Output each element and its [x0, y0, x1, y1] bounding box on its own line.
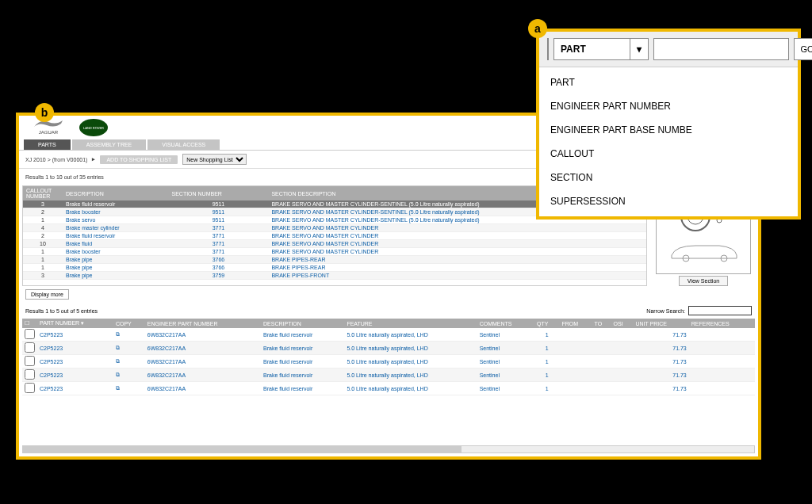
option-engineer-part-base-number[interactable]: ENGINEER PART BASE NUMBE	[539, 118, 798, 142]
search-type-panel: PART ▾ GO PART ENGINEER PART NUMBER ENGI…	[536, 29, 801, 220]
row-checkbox[interactable]	[25, 329, 35, 339]
table-row[interactable]: 1Brake pipe3766BRAKE PIPES-REAR	[23, 264, 646, 272]
col-from[interactable]: FROM	[559, 319, 592, 328]
parts-results-row: Results 1 to 5 out of 5 entries Narrow S…	[19, 303, 758, 319]
table-row[interactable]: 2Brake fluid reservoir3771BRAKE SERVO AN…	[23, 232, 646, 240]
panel-stub	[547, 38, 549, 60]
col-references[interactable]: REFERENCES	[689, 319, 755, 328]
row-checkbox[interactable]	[25, 342, 35, 353]
col-part-description[interactable]: DESCRIPTION	[261, 319, 344, 328]
table-row[interactable]: 1Brake booster3771BRAKE SERVO AND MASTER…	[23, 248, 646, 256]
narrow-search-input[interactable]	[688, 306, 752, 315]
tab-visual-access[interactable]: VISUAL ACCESS	[147, 139, 220, 150]
col-section-number[interactable]: SECTION NUMBER	[169, 186, 269, 200]
option-section[interactable]: SECTION	[539, 166, 798, 189]
search-type-selected: PART	[561, 44, 586, 55]
tab-assembly-tree[interactable]: ASSEMBLY TREE	[72, 139, 147, 150]
narrow-search-label: Narrow Search:	[646, 308, 685, 314]
table-row[interactable]: 10Brake fluid3771BRAKE SERVO AND MASTER …	[23, 240, 646, 248]
copy-icon[interactable]: ⧉	[113, 355, 145, 368]
table-row[interactable]: C2P5223 ⧉ 6W832C217AA Brake fluid reserv…	[22, 328, 755, 342]
table-row[interactable]: 4Brake master cylinder3771BRAKE SERVO AN…	[23, 224, 646, 232]
search-term-input[interactable]	[653, 38, 789, 60]
parts-results-count: Results 1 to 5 out of 5 entries	[25, 308, 98, 314]
row-checkbox[interactable]	[25, 356, 35, 366]
shopping-list-select[interactable]: New Shopping List	[182, 154, 247, 165]
breadcrumb: XJ 2010 > (from V00001)	[25, 157, 87, 162]
col-to[interactable]: TO	[592, 319, 611, 328]
callout-badge-a: a	[528, 19, 547, 38]
results-count: Results 1 to 10 out of 35 entries	[25, 174, 104, 180]
callout-badge-b: b	[35, 103, 54, 122]
search-type-options: PART ENGINEER PART NUMBER ENGINEER PART …	[539, 67, 798, 216]
col-unit-price[interactable]: UNIT PRICE	[633, 319, 688, 328]
col-callout[interactable]: CALLOUT NUMBER	[23, 186, 63, 200]
row-checkbox[interactable]	[25, 369, 35, 380]
checkbox-icon: ☐	[25, 320, 29, 326]
car-outline-icon	[664, 239, 743, 263]
col-copy[interactable]: COPY	[113, 319, 145, 328]
view-section-button[interactable]: View Section	[679, 276, 728, 286]
chevron-down-icon: ▾	[630, 39, 642, 59]
option-supersession[interactable]: SUPERSESSION	[539, 189, 798, 213]
col-check[interactable]: ☐	[22, 319, 37, 328]
parts-table: ☐ PART NUMBER ▾ COPY ENGINEER PART NUMBE…	[22, 319, 755, 395]
col-description[interactable]: DESCRIPTION	[63, 186, 169, 200]
display-more-button[interactable]: Display more	[25, 289, 69, 300]
search-type-bar: PART ▾ GO	[539, 32, 798, 67]
col-engineer-part-number[interactable]: ENGINEER PART NUMBER	[145, 319, 261, 328]
row-checkbox[interactable]	[25, 383, 35, 393]
search-type-select[interactable]: PART ▾	[553, 38, 649, 60]
go-button[interactable]: GO	[794, 38, 812, 60]
copy-icon[interactable]: ⧉	[113, 342, 145, 355]
copy-icon[interactable]: ⧉	[113, 382, 145, 395]
col-part-number[interactable]: PART NUMBER ▾	[37, 319, 113, 328]
table-row[interactable]: 1Brake pipe3766BRAKE PIPES-REAR	[23, 256, 646, 264]
crumb-caret-icon: ▸	[92, 156, 95, 162]
option-engineer-part-number[interactable]: ENGINEER PART NUMBER	[539, 94, 798, 118]
copy-icon[interactable]: ⧉	[113, 368, 145, 382]
horizontal-scrollbar[interactable]	[22, 445, 755, 453]
option-callout[interactable]: CALLOUT	[539, 142, 798, 166]
table-row[interactable]: C2P5223 ⧉ 6W832C217AA Brake fluid reserv…	[22, 382, 755, 395]
table-row[interactable]: C2P5223 ⧉ 6W832C217AA Brake fluid reserv…	[22, 355, 755, 368]
table-row[interactable]: C2P5223 ⧉ 6W832C217AA Brake fluid reserv…	[22, 368, 755, 382]
option-part[interactable]: PART	[539, 71, 798, 94]
col-osi[interactable]: OSI	[611, 319, 634, 328]
landrover-logo: LAND ROVER	[79, 119, 108, 136]
col-qty[interactable]: QTY	[534, 319, 559, 328]
table-row[interactable]: 3Brake pipe3759BRAKE PIPES-FRONT	[23, 272, 646, 280]
tab-parts[interactable]: PARTS	[24, 139, 71, 150]
col-comments[interactable]: COMMENTS	[477, 319, 534, 328]
copy-icon[interactable]: ⧉	[113, 328, 145, 342]
table-row[interactable]: C2P5223 ⧉ 6W832C217AA Brake fluid reserv…	[22, 342, 755, 355]
col-feature[interactable]: FEATURE	[344, 319, 477, 328]
add-to-shopping-list-button: ADD TO SHOPPING LIST	[100, 155, 178, 164]
